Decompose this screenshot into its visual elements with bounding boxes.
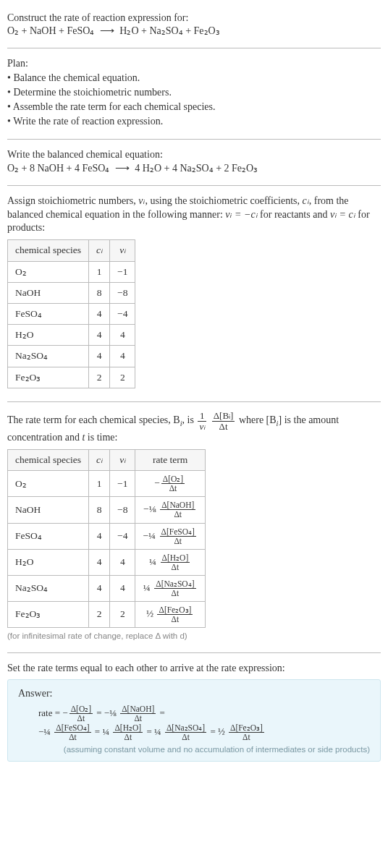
cell-species: FeSO₄ [8, 304, 89, 325]
cell-ci: 4 [89, 346, 110, 367]
frac-den: Δt [161, 484, 185, 493]
balanced-lhs: O₂ + 8 NaOH + 4 FeSO₄ [7, 163, 109, 174]
cell-ci: 2 [89, 367, 110, 388]
coef: ¼ [149, 556, 159, 566]
frac: Δ[Fe₂O₃]Δt [156, 605, 194, 624]
text: −¼ [38, 726, 53, 737]
rateterm-intro: The rate term for each chemical species,… [7, 411, 381, 445]
frac-num: Δ[Na₂SO₄] [165, 723, 206, 733]
cell-ci: 8 [89, 282, 110, 303]
frac: Δ[O₂]Δt [160, 475, 186, 493]
balanced-rhs: 4 H₂O + 4 Na₂SO₄ + 2 Fe₂O₃ [135, 163, 258, 174]
text: , using the stoichiometric coefficients, [145, 195, 302, 206]
balanced-equation: O₂ + 8 NaOH + 4 FeSO₄ ⟶ 4 H₂O + 4 Na₂SO₄… [7, 162, 381, 175]
rel-product: νᵢ = cᵢ [330, 209, 355, 220]
frac: Δ[Na₂SO₄]Δt [164, 723, 208, 741]
arrow-icon: ⟶ [97, 25, 117, 38]
cell-ci: 4 [89, 549, 110, 575]
plan-list: • Balance the chemical equation. • Deter… [7, 71, 381, 129]
cell-ci: 8 [89, 497, 110, 523]
cell-rateterm: −⅛ Δ[NaOH]Δt [135, 497, 205, 523]
text: = [157, 707, 165, 718]
table-header-row: chemical species cᵢ νᵢ [8, 240, 135, 261]
cell-vi: −1 [110, 261, 135, 282]
divider [7, 401, 381, 402]
table-row: NaOH 8 −8 −⅛ Δ[NaOH]Δt [8, 497, 206, 523]
cell-ci: 2 [89, 601, 110, 627]
table-row: H₂O 4 4 ¼ Δ[H₂O]Δt [8, 549, 206, 575]
frac: Δ[NaOH]Δt [119, 705, 157, 723]
cell-vi: −4 [110, 523, 135, 549]
final-section: Set the rate terms equal to each other t… [7, 656, 381, 769]
table-row: O₂ 1 −1 −Δ[O₂]Δt [8, 471, 206, 497]
prompt-equation: O₂ + NaOH + FeSO₄ ⟶ H₂O + Na₂SO₄ + Fe₂O₃ [7, 25, 381, 38]
text: , is [182, 414, 197, 425]
col-rateterm: rate term [135, 450, 205, 471]
table-row: NaOH 8 −8 [8, 282, 135, 303]
prompt-section: Construct the rate of reaction expressio… [7, 6, 381, 45]
cell-vi: −4 [110, 304, 135, 325]
cell-vi: 4 [110, 549, 135, 575]
answer-note: (assuming constant volume and no accumul… [18, 744, 370, 755]
frac-num: 1 [198, 411, 206, 422]
prompt-title: Construct the rate of reaction expressio… [7, 12, 381, 25]
answer-line-1: rate = −Δ[O₂]Δt = −⅛ Δ[NaOH]Δt = [38, 705, 370, 723]
answer-title: Answer: [18, 687, 370, 700]
cell-vi: 4 [110, 325, 135, 346]
cell-species: O₂ [8, 261, 89, 282]
frac-den: Δt [165, 733, 206, 741]
text: rate = − [38, 707, 68, 718]
col-vi: νᵢ [110, 450, 135, 471]
frac: Δ[H₂O]Δt [159, 553, 192, 571]
frac-num: Δ[Bᵢ] [212, 411, 235, 422]
plan-item: • Determine the stoichiometric numbers. [7, 85, 381, 100]
frac-one-over-nu: 1 νᵢ [196, 411, 208, 431]
cell-ci: 1 [89, 261, 110, 282]
cell-ci: 4 [89, 523, 110, 549]
frac: Δ[FeSO₄]Δt [159, 527, 198, 545]
stoich-table: chemical species cᵢ νᵢ O₂ 1 −1 NaOH 8 −8… [7, 239, 135, 388]
table-row: O₂ 1 −1 [8, 261, 135, 282]
frac-num: Δ[NaOH] [160, 501, 195, 510]
cell-rateterm: ¼ Δ[Na₂SO₄]Δt [135, 575, 205, 601]
coef: −⅛ [143, 503, 159, 514]
plan-item: • Assemble the rate term for each chemic… [7, 100, 381, 114]
cell-ci: 1 [89, 471, 110, 497]
frac-den: Δt [212, 422, 235, 432]
frac-den: Δt [69, 714, 93, 723]
c-i: cᵢ [303, 195, 309, 206]
frac: Δ[O₂]Δt [68, 705, 94, 723]
cell-species: H₂O [8, 549, 89, 575]
cell-rateterm: ½ Δ[Fe₂O₃]Δt [135, 601, 205, 627]
frac-dB-dt: Δ[Bᵢ] Δt [211, 411, 237, 431]
table-row: Fe₂O₃ 2 2 ½ Δ[Fe₂O₃]Δt [8, 601, 206, 627]
cell-species: Fe₂O₃ [8, 601, 89, 627]
frac-den: νᵢ [198, 422, 206, 432]
cell-species: Na₂SO₄ [8, 346, 89, 367]
cell-species: NaOH [8, 282, 89, 303]
rateterm-footnote: (for infinitesimal rate of change, repla… [7, 631, 381, 642]
frac-num: Δ[NaOH] [120, 705, 156, 714]
frac-num: Δ[Fe₂O₃] [157, 605, 193, 615]
cell-vi: 2 [110, 367, 135, 388]
table-row: FeSO₄ 4 −4 −¼ Δ[FeSO₄]Δt [8, 523, 206, 549]
cell-species: Fe₂O₃ [8, 367, 89, 388]
cell-vi: −1 [110, 471, 135, 497]
col-vi: νᵢ [110, 240, 135, 261]
frac: Δ[NaOH]Δt [159, 501, 197, 519]
document-page: Construct the rate of reaction expressio… [0, 0, 388, 783]
cell-rateterm: −Δ[O₂]Δt [135, 471, 205, 497]
table-row: Na₂SO₄ 4 4 ¼ Δ[Na₂SO₄]Δt [8, 575, 206, 601]
stoich-intro: Assign stoichiometric numbers, νᵢ, using… [7, 195, 381, 236]
stoich-section: Assign stoichiometric numbers, νᵢ, using… [7, 189, 381, 399]
text: for reactants and [258, 209, 330, 220]
cell-vi: 4 [110, 575, 135, 601]
cell-species: NaOH [8, 497, 89, 523]
coef: −¼ [143, 529, 158, 540]
cell-vi: −8 [110, 282, 135, 303]
plan-section: Plan: • Balance the chemical equation. •… [7, 51, 381, 136]
frac-den: Δt [160, 537, 196, 545]
coef: ½ [146, 608, 156, 619]
coef: ¼ [143, 582, 153, 592]
rel-reactant: νᵢ = −cᵢ [225, 209, 257, 220]
